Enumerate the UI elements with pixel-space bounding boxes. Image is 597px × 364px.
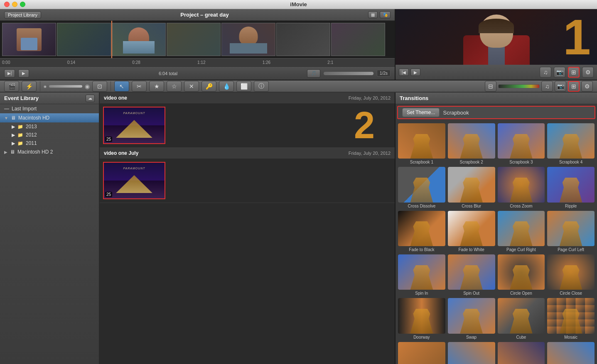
music-button[interactable]: ♫ bbox=[540, 67, 551, 78]
audio-adjust-button[interactable]: 🎵 bbox=[307, 69, 320, 78]
event-date-1: Friday, July 20, 2012 bbox=[349, 95, 391, 100]
transition-item-cross-blur[interactable]: Cross Blur bbox=[448, 167, 495, 208]
photo-button[interactable]: 📷 bbox=[554, 67, 565, 78]
transition-thumb-row-last3 bbox=[498, 342, 545, 364]
side-by-side-button[interactable]: ⊟ bbox=[485, 81, 496, 92]
transition-item-row-last4[interactable] bbox=[547, 342, 595, 364]
transition-item-fade-black[interactable]: Fade to Black bbox=[398, 211, 445, 252]
set-theme-bar: Set Theme... Scrapbook bbox=[397, 106, 595, 119]
transition-thumb-scrapbook1 bbox=[398, 123, 445, 159]
sidebar-child-2013[interactable]: ▶ 📁 2013 bbox=[0, 122, 99, 131]
event-thumbnail-1[interactable]: PARAMOUNT 25 bbox=[103, 107, 165, 144]
set-theme-button[interactable]: Set Theme... bbox=[402, 108, 440, 117]
preview-area: 1 |◀ ▶ ♫ 📷 ⊞ ⚙ bbox=[396, 9, 597, 80]
select-tool-button[interactable]: ↖ bbox=[114, 81, 129, 92]
settings-button[interactable]: ⚙ bbox=[582, 67, 594, 78]
silhouette-overlay bbox=[507, 178, 535, 203]
transition-item-cube[interactable]: Cube bbox=[498, 298, 545, 339]
sidebar-child-2012[interactable]: ▶ 📁 2012 bbox=[0, 131, 99, 139]
transition-label-page-curl-left: Page Curl Left bbox=[558, 247, 584, 252]
transition-item-scrapbook4[interactable]: Scrapbook 4 bbox=[547, 123, 595, 164]
settings-rt-button[interactable]: ⚙ bbox=[581, 81, 593, 92]
transition-item-doorway[interactable]: Doorway bbox=[398, 298, 445, 339]
speed-label: 1/2s bbox=[377, 70, 391, 77]
project-view-btn1[interactable]: ▦ bbox=[368, 11, 378, 18]
transition-item-page-curl-right[interactable]: Page Curl Right bbox=[498, 211, 545, 252]
fit-view-button[interactable]: ⊡ bbox=[92, 81, 107, 92]
sidebar-child-2011[interactable]: ▶ 📁 2011 bbox=[0, 139, 99, 147]
transition-item-circle-close[interactable]: Circle Close bbox=[547, 254, 595, 296]
minimize-button[interactable] bbox=[12, 2, 17, 7]
transition-item-scrapbook1[interactable]: Scrapbook 1 bbox=[398, 123, 445, 164]
event-view-button[interactable]: ⚡ bbox=[22, 81, 37, 92]
sidebar-cloud-button[interactable]: ☁ bbox=[86, 95, 95, 102]
mark-reject-button[interactable]: ✕ bbox=[184, 81, 199, 92]
transitions-grid: Scrapbook 1Scrapbook 2Scrapbook 3Scrapbo… bbox=[396, 121, 597, 364]
transition-item-circle-open[interactable]: Circle Open bbox=[498, 254, 545, 296]
transition-item-cross-zoom[interactable]: Cross Zoom bbox=[498, 167, 545, 208]
mac-hd-drive-icon: 🖥 bbox=[11, 115, 16, 121]
zoom-min-icon: ◉ bbox=[44, 85, 47, 88]
close-button[interactable] bbox=[4, 2, 10, 7]
transition-item-mosaic[interactable]: Mosaic bbox=[547, 298, 595, 339]
transition-thumb-inner-scrapbook4 bbox=[547, 123, 595, 159]
sidebar-folder-mac-hd[interactable]: ▼ 🖥 Macintosh HD bbox=[0, 113, 99, 122]
mark-unrated-button[interactable]: ☆ bbox=[167, 81, 182, 92]
transition-label-cube: Cube bbox=[516, 335, 526, 340]
transition-thumb-inner-spin-in bbox=[398, 254, 445, 290]
time-mark-4: 1:26 bbox=[263, 60, 328, 65]
speed-slider[interactable] bbox=[324, 72, 373, 75]
music-rt-button[interactable]: ♫ bbox=[541, 81, 553, 92]
eyedrop-button[interactable]: 💧 bbox=[219, 81, 234, 92]
event-area: video one Friday, July 20, 2012 PARAMOUN… bbox=[100, 93, 396, 364]
maximize-button[interactable] bbox=[20, 2, 25, 7]
transition-item-spin-in[interactable]: Spin In bbox=[398, 254, 445, 296]
zoom-slider[interactable] bbox=[49, 85, 82, 88]
preview-play-start-button[interactable]: |◀ bbox=[399, 68, 409, 76]
transition-item-row-last3[interactable] bbox=[498, 342, 545, 364]
toolbar-separator-1 bbox=[40, 81, 40, 91]
main-toolbar: 🎬 ⚡ ◉ ◉ ⊡ ↖ ✂ ★ ☆ ✕ 🔑 💧 ⬜ ⓘ ⊟ ♫ 📷 ⊞ ⚙ bbox=[0, 81, 597, 93]
transition-item-fade-white[interactable]: Fade to White bbox=[448, 211, 495, 252]
film-frame bbox=[221, 23, 275, 56]
top-section: Project Library Project – great day ▦ 🎭 bbox=[0, 9, 597, 81]
transition-thumb-inner-page-curl-left bbox=[547, 211, 595, 246]
photo-rt-button[interactable]: 📷 bbox=[555, 81, 566, 92]
event-thumbnail-2[interactable]: PARAMOUNT 25 bbox=[103, 162, 165, 199]
transition-item-scrapbook2[interactable]: Scrapbook 2 bbox=[448, 123, 495, 164]
transition-thumb-spin-out bbox=[448, 254, 495, 290]
event-content-2: PARAMOUNT 25 bbox=[100, 159, 395, 203]
key-button[interactable]: 🔑 bbox=[201, 81, 216, 92]
film-view-button[interactable]: 🎬 bbox=[4, 81, 19, 92]
trim-tool-button[interactable]: ✂ bbox=[132, 81, 147, 92]
transition-item-row-last2[interactable] bbox=[448, 342, 495, 364]
transition-item-row-last1[interactable] bbox=[398, 342, 445, 364]
transition-label-cross-dissolve: Cross Dissolve bbox=[408, 204, 436, 208]
silhouette-overlay bbox=[507, 134, 535, 159]
project-library-button[interactable]: Project Library bbox=[4, 11, 41, 19]
transition-thumb-inner-scrapbook3 bbox=[498, 123, 545, 159]
transition-label-spin-out: Spin Out bbox=[463, 291, 479, 296]
event-group-video-one: video one Friday, July 20, 2012 PARAMOUN… bbox=[100, 93, 395, 148]
transition-item-scrapbook3[interactable]: Scrapbook 3 bbox=[498, 123, 545, 164]
play-button[interactable]: ▶ bbox=[18, 69, 29, 78]
transition-label-fade-white: Fade to White bbox=[458, 247, 484, 252]
transition-item-page-curl-left[interactable]: Page Curl Left bbox=[547, 211, 595, 252]
play-from-start-button[interactable]: ▶| bbox=[4, 69, 15, 78]
fullscreen-button[interactable]: ⊞ bbox=[568, 67, 580, 78]
sidebar-item-last-import[interactable]: — Last Import bbox=[0, 104, 99, 113]
transition-item-swap[interactable]: Swap bbox=[448, 298, 495, 339]
zoom-max-icon: ◉ bbox=[85, 83, 90, 90]
mark-favorite-button[interactable]: ★ bbox=[149, 81, 164, 92]
preview-play-button[interactable]: ▶ bbox=[410, 68, 420, 76]
folder-2013-label: 2013 bbox=[26, 124, 37, 129]
transitions-rt-button[interactable]: ⊞ bbox=[568, 81, 580, 92]
transition-item-ripple[interactable]: Ripple bbox=[547, 167, 595, 208]
project-theme-btn[interactable]: 🎭 bbox=[380, 11, 391, 18]
crop-button[interactable]: ⬜ bbox=[236, 81, 251, 92]
transition-item-spin-out[interactable]: Spin Out bbox=[448, 254, 495, 296]
transition-item-cross-dissolve[interactable]: Cross Dissolve bbox=[398, 167, 445, 208]
transition-thumb-inner-row-last1 bbox=[398, 342, 445, 364]
info-button[interactable]: ⓘ bbox=[254, 81, 269, 92]
sidebar-folder-mac-hd2[interactable]: ▶ 🖥 Macintosh HD 2 bbox=[0, 147, 99, 156]
